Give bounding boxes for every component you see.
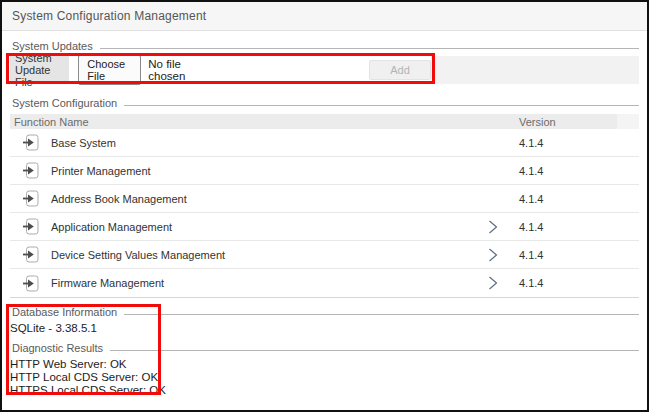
- page-title: System Configuration Management: [12, 9, 206, 23]
- function-name: Base System: [51, 137, 116, 149]
- diagnostic-line: HTTPS Local CDS Server: OK: [10, 384, 639, 397]
- function-version: 4.1.4: [519, 137, 543, 149]
- install-file-icon: [23, 246, 39, 263]
- choose-file-button[interactable]: Choose File: [78, 55, 141, 85]
- section-divider: [110, 350, 639, 351]
- diagnostic-results-list: HTTP Web Server: OK HTTP Local CDS Serve…: [10, 358, 639, 397]
- system-configuration-label: System Configuration: [10, 97, 117, 109]
- function-version: 4.1.4: [519, 277, 543, 289]
- file-input-cell: Choose File No file chosen: [69, 56, 204, 84]
- table-row-base-system: Base System 4.1.4: [10, 129, 639, 157]
- diagnostic-line: HTTP Local CDS Server: OK: [10, 371, 639, 384]
- row-filler: [431, 56, 639, 84]
- table-row-device-setting-values-management[interactable]: Device Setting Values Management 4.1.4: [10, 241, 639, 269]
- diagnostic-results-section-header: Diagnostic Results: [10, 342, 639, 354]
- system-updates-label: System Updates: [10, 40, 93, 52]
- table-row-firmware-management[interactable]: Firmware Management 4.1.4: [10, 269, 639, 297]
- install-file-icon: [23, 218, 39, 235]
- section-divider: [124, 105, 639, 106]
- function-table: Function Name Version Base System 4.1.4 …: [10, 114, 639, 298]
- function-name: Application Management: [51, 221, 172, 233]
- section-divider: [100, 48, 639, 49]
- function-name: Printer Management: [51, 165, 151, 177]
- diagnostic-line: HTTP Web Server: OK: [10, 358, 639, 371]
- function-version: 4.1.4: [519, 249, 543, 261]
- add-button[interactable]: Add: [369, 60, 431, 80]
- install-file-icon: [23, 275, 39, 292]
- database-version-text: SQLite - 3.38.5.1: [10, 322, 639, 335]
- database-information-label: Database Information: [10, 306, 117, 318]
- function-version: 4.1.4: [519, 221, 543, 233]
- page-header: System Configuration Management: [2, 2, 647, 31]
- table-row-address-book-management: Address Book Management 4.1.4: [10, 185, 639, 213]
- install-file-icon: [23, 162, 39, 179]
- table-header: Function Name Version: [10, 114, 639, 129]
- chevron-right-icon[interactable]: [487, 220, 499, 234]
- section-divider: [124, 314, 639, 315]
- column-header-version: Version: [519, 116, 556, 128]
- install-file-icon: [23, 134, 39, 151]
- function-name: Firmware Management: [51, 277, 164, 289]
- system-updates-section-header: System Updates: [10, 40, 639, 52]
- install-file-icon: [23, 190, 39, 207]
- table-row-printer-management: Printer Management 4.1.4: [10, 157, 639, 185]
- function-name: Device Setting Values Management: [51, 249, 225, 261]
- system-update-file-label: System Update File: [10, 56, 69, 84]
- add-button-cell: Add: [204, 56, 431, 84]
- no-file-chosen-text: No file chosen: [148, 58, 204, 82]
- function-name: Address Book Management: [51, 193, 187, 205]
- diagnostic-results-label: Diagnostic Results: [10, 342, 103, 354]
- system-configuration-management-window: System Configuration Management System U…: [0, 0, 649, 412]
- system-configuration-section-header: System Configuration: [10, 97, 639, 109]
- header-stub: [617, 114, 639, 129]
- column-header-function-name: Function Name: [10, 116, 89, 128]
- table-row-application-management[interactable]: Application Management 4.1.4: [10, 213, 639, 241]
- chevron-right-icon[interactable]: [487, 248, 499, 262]
- system-update-file-row: System Update File Choose File No file c…: [10, 56, 639, 84]
- function-version: 4.1.4: [519, 165, 543, 177]
- chevron-right-icon[interactable]: [487, 276, 499, 290]
- database-information-section-header: Database Information: [10, 306, 639, 318]
- function-version: 4.1.4: [519, 193, 543, 205]
